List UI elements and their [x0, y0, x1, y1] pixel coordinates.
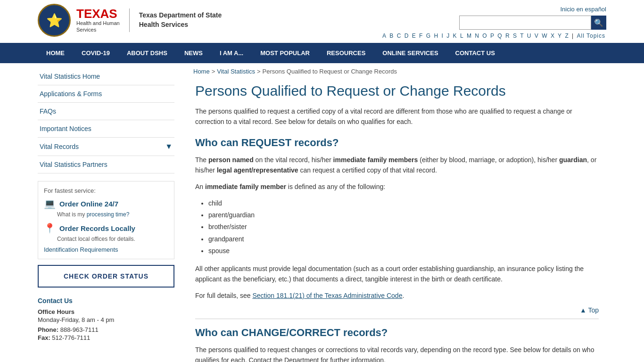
- alpha-r[interactable]: R: [505, 33, 510, 39]
- alpha-q[interactable]: Q: [497, 33, 502, 39]
- alpha-z[interactable]: Z: [565, 33, 569, 39]
- processing-time-link[interactable]: processing time?: [87, 211, 130, 218]
- section-divider: [195, 319, 599, 319]
- top-link[interactable]: ▲ Top: [580, 306, 599, 314]
- alpha-p[interactable]: P: [490, 33, 495, 39]
- service-box: For fastest service: 💻 Order Online 24/7…: [38, 181, 174, 259]
- nav-i-am-a[interactable]: I AM A...: [211, 43, 252, 63]
- full-details-paragraph: For full details, see Section 181.1(21) …: [195, 290, 599, 301]
- nav-online-services[interactable]: ONLINE SERVICES: [374, 43, 446, 63]
- alpha-m[interactable]: M: [467, 33, 472, 39]
- immediate-family-def-bold: immediate family member: [205, 183, 286, 190]
- top-right: Inicio en español 🔍 A B C D E F G H I J …: [382, 4, 606, 39]
- list-item-spouse: spouse: [208, 245, 599, 257]
- nav-contact-us[interactable]: CONTACT US: [447, 43, 504, 63]
- tac-link[interactable]: Section 181.1(21) of the Texas Administr…: [252, 292, 402, 299]
- sidebar: Vital Statistics Home Applications & For…: [38, 63, 174, 362]
- nav-covid[interactable]: COVID-19: [73, 43, 118, 63]
- espanol-link[interactable]: Inicio en español: [560, 6, 606, 13]
- contact-title: Contact Us: [38, 297, 174, 304]
- sidebar-item-vital-records[interactable]: Vital Records ▼: [38, 138, 174, 156]
- search-bar: 🔍: [459, 16, 606, 30]
- order-locally-link[interactable]: Order Records Locally: [59, 224, 135, 232]
- alpha-w[interactable]: W: [542, 33, 547, 39]
- list-item-parent: parent/guardian: [208, 209, 599, 221]
- alpha-s[interactable]: S: [513, 33, 517, 39]
- list-item-child: child: [208, 197, 599, 209]
- nav-popular[interactable]: MOST POPULAR: [252, 43, 318, 63]
- alpha-l[interactable]: L: [460, 33, 464, 39]
- breadcrumb-home[interactable]: Home: [193, 68, 210, 75]
- texas-seal: ⭐: [38, 4, 71, 37]
- alpha-g[interactable]: G: [426, 33, 431, 39]
- all-topics-link[interactable]: All Topics: [577, 33, 605, 39]
- request-heading: Who can REQUEST records?: [195, 137, 599, 149]
- alpha-x[interactable]: X: [551, 33, 555, 39]
- alphabet-bar: A B C D E F G H I J K L M N O P Q R S T …: [382, 33, 606, 39]
- alpha-n[interactable]: N: [475, 33, 479, 39]
- alpha-h[interactable]: H: [434, 33, 438, 39]
- alpha-i[interactable]: I: [441, 33, 443, 39]
- list-item-grandparent: grandparent: [208, 233, 599, 245]
- sidebar-item-vs-partners[interactable]: Vital Statistics Partners: [38, 156, 174, 173]
- intro-paragraph: The persons qualified to request a certi…: [195, 106, 599, 127]
- alpha-e[interactable]: E: [412, 33, 416, 39]
- request-paragraph-2: An immediate family member is defined as…: [195, 181, 599, 192]
- person-named-bold: person named: [208, 156, 254, 164]
- alpha-d[interactable]: D: [405, 33, 409, 39]
- breadcrumb: Home > Vital Statistics > Persons Qualif…: [184, 63, 606, 78]
- breadcrumb-current: Persons Qualified to Request or Change R…: [263, 68, 397, 75]
- change-paragraph: The persons qualified to request changes…: [195, 345, 599, 362]
- alpha-j[interactable]: J: [446, 33, 450, 39]
- alpha-b[interactable]: B: [389, 33, 394, 39]
- order-locally-link-container: 📍 Order Records Locally: [44, 222, 168, 234]
- top-link-container: ▲ Top: [195, 306, 599, 314]
- office-hours-label: Office Hours: [38, 308, 174, 315]
- location-icon: 📍: [44, 222, 56, 234]
- request-paragraph-1: The person named on the vital record, hi…: [195, 155, 599, 176]
- vital-records-label: Vital Records: [40, 143, 79, 150]
- guardian-bold: guardian: [559, 156, 587, 164]
- alpha-o[interactable]: O: [482, 33, 487, 39]
- nav-home[interactable]: HOME: [38, 43, 73, 63]
- alpha-v[interactable]: V: [535, 33, 539, 39]
- processing-time-text: What is my processing time?: [57, 211, 168, 218]
- sidebar-item-faqs[interactable]: FAQs: [38, 103, 174, 120]
- texas-brand: TEXAS: [76, 8, 120, 20]
- change-heading: Who can CHANGE/CORRECT records?: [195, 327, 599, 339]
- id-req-link[interactable]: Identification Requirements: [44, 246, 168, 253]
- sidebar-item-important[interactable]: Important Notices: [38, 120, 174, 138]
- order-online-link[interactable]: Order Online 24/7: [59, 200, 118, 208]
- phone-line: Phone: 888-963-7111: [38, 326, 174, 333]
- logo-divider: [129, 8, 130, 32]
- contact-section: Contact Us Office Hours Monday-Friday, 8…: [38, 295, 174, 344]
- alpha-separator: |: [572, 33, 576, 39]
- alpha-y[interactable]: Y: [558, 33, 562, 39]
- logo-area: ⭐ TEXAS Health and Human Services Texas …: [38, 4, 222, 37]
- alpha-c[interactable]: C: [397, 33, 402, 39]
- nav-resources[interactable]: RESOURCES: [318, 43, 374, 63]
- sidebar-item-apps-forms[interactable]: Applications & Forms: [38, 85, 174, 103]
- legal-agent-bold: legal agent/representative: [217, 166, 298, 174]
- logo-text-block: TEXAS Health and Human Services: [76, 8, 120, 33]
- immediate-family-bold: immediate family members: [333, 156, 418, 164]
- search-button[interactable]: 🔍: [591, 16, 606, 30]
- page-title: Persons Qualified to Request or Change R…: [195, 82, 599, 99]
- main-nav: HOME COVID-19 ABOUT DSHS NEWS I AM A... …: [0, 43, 644, 63]
- fax-line: Fax: 512-776-7111: [38, 334, 174, 341]
- alpha-k[interactable]: K: [453, 33, 457, 39]
- sidebar-item-vs-home[interactable]: Vital Statistics Home: [38, 68, 174, 85]
- office-hours-text: Monday-Friday, 8 am - 4 pm: [38, 316, 174, 323]
- search-input[interactable]: [459, 16, 591, 30]
- nav-news[interactable]: NEWS: [176, 43, 211, 63]
- nav-about[interactable]: ABOUT DSHS: [118, 43, 176, 63]
- check-order-status-button[interactable]: CHECK ORDER STATUS: [38, 265, 174, 288]
- fastest-service-label: For fastest service:: [44, 187, 168, 194]
- family-members-list: child parent/guardian brother/sister gra…: [208, 197, 599, 257]
- vital-records-arrow-icon: ▼: [165, 142, 173, 151]
- breadcrumb-vital-stats[interactable]: Vital Statistics: [217, 68, 255, 75]
- alpha-a[interactable]: A: [382, 33, 387, 39]
- alpha-t[interactable]: T: [520, 33, 524, 39]
- alpha-f[interactable]: F: [419, 33, 423, 39]
- alpha-u[interactable]: U: [527, 33, 532, 39]
